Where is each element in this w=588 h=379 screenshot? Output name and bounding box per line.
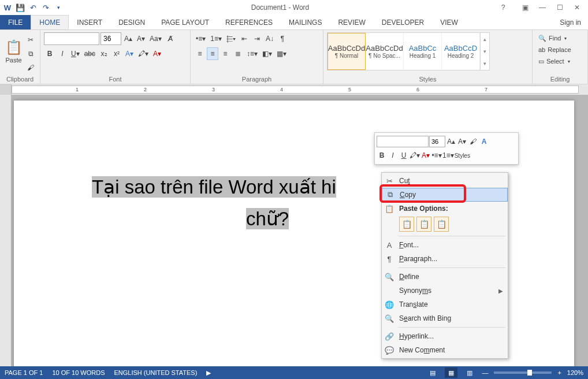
- change-case-icon[interactable]: Aa▾: [148, 32, 163, 45]
- mini-shrink-font-icon[interactable]: A▾: [457, 136, 467, 147]
- style-normal[interactable]: AaBbCcDd ¶ Normal: [328, 33, 366, 70]
- help-icon[interactable]: ?: [494, 2, 512, 13]
- paste-text-only-icon[interactable]: 📋: [434, 217, 449, 232]
- status-word-count[interactable]: 10 OF 10 WORDS: [52, 369, 105, 376]
- tab-file[interactable]: FILE: [0, 15, 31, 29]
- minimize-icon[interactable]: —: [534, 2, 551, 13]
- styles-scroll-down-icon[interactable]: ▾: [481, 49, 489, 54]
- tab-references[interactable]: REFERENCES: [217, 15, 281, 29]
- font-color-icon[interactable]: A▾: [151, 47, 163, 60]
- document-page[interactable]: A▴ A▾ 🖌 A B I U 🖍▾ A▾ •≡▾ 1≡▾ Styles Tại…: [14, 101, 574, 366]
- underline-button[interactable]: U▾: [69, 47, 81, 60]
- style-no-spacing[interactable]: AaBbCcDd ¶ No Spac...: [366, 33, 404, 70]
- numbering-icon[interactable]: 1≡▾: [209, 32, 224, 45]
- mini-styles-icon[interactable]: A: [479, 136, 489, 147]
- paste-merge-formatting-icon[interactable]: 📋: [416, 217, 431, 232]
- ctx-copy[interactable]: ⧉ Copy: [382, 188, 508, 202]
- clear-formatting-icon[interactable]: A̸: [165, 32, 176, 45]
- ctx-paragraph[interactable]: ¶ Paragraph...: [382, 252, 508, 266]
- close-icon[interactable]: ✕: [568, 2, 586, 13]
- text-effects-icon[interactable]: A▾: [124, 47, 135, 60]
- ctx-translate[interactable]: 🌐 Translate: [382, 298, 508, 311]
- tab-view[interactable]: VIEW: [432, 15, 466, 29]
- shading-icon[interactable]: ◧▾: [260, 47, 274, 60]
- tab-design[interactable]: DESIGN: [110, 15, 153, 29]
- qat-customize-icon[interactable]: ▾: [53, 2, 64, 13]
- ctx-cut[interactable]: ✂ Cut: [382, 174, 508, 188]
- mini-numbering-icon[interactable]: 1≡▾: [442, 150, 454, 161]
- tab-insert[interactable]: INSERT: [69, 15, 110, 29]
- status-page[interactable]: PAGE 1 OF 1: [5, 369, 43, 376]
- ctx-new-comment[interactable]: 💬 New Comment: [382, 343, 508, 357]
- italic-button[interactable]: I: [57, 47, 68, 60]
- zoom-out-icon[interactable]: —: [482, 369, 488, 376]
- strikethrough-button[interactable]: abc: [83, 47, 97, 60]
- line-spacing-icon[interactable]: ↕≡▾: [245, 47, 259, 60]
- document-text-line2[interactable]: chữ?: [246, 207, 289, 230]
- replace-button[interactable]: abReplace: [536, 44, 574, 55]
- horizontal-ruler[interactable]: 1 2 3 4 5 6 7: [12, 86, 579, 94]
- bold-button[interactable]: B: [44, 47, 55, 60]
- paste-keep-formatting-icon[interactable]: 📋: [399, 217, 414, 232]
- maximize-icon[interactable]: ☐: [551, 2, 568, 13]
- increase-indent-icon[interactable]: ⇥: [251, 32, 263, 45]
- show-marks-icon[interactable]: ¶: [277, 32, 288, 45]
- save-icon[interactable]: 💾: [15, 2, 25, 13]
- align-center-icon[interactable]: ≡: [207, 47, 218, 60]
- copy-icon[interactable]: ⧉: [25, 47, 36, 60]
- mini-format-painter-icon[interactable]: 🖌: [468, 136, 478, 147]
- mini-font-color-icon[interactable]: A▾: [420, 150, 431, 161]
- zoom-level[interactable]: 120%: [567, 369, 583, 376]
- paste-button[interactable]: 📋 Paste: [3, 32, 24, 70]
- mini-underline[interactable]: U: [399, 150, 409, 161]
- borders-icon[interactable]: ▦▾: [275, 47, 288, 60]
- mini-italic[interactable]: I: [388, 150, 398, 161]
- tab-mailings[interactable]: MAILINGS: [281, 15, 330, 29]
- tab-developer[interactable]: DEVELOPER: [374, 15, 432, 29]
- styles-scroll-up-icon[interactable]: ▴: [481, 36, 489, 42]
- mini-highlight-icon[interactable]: 🖍▾: [410, 150, 420, 161]
- justify-icon[interactable]: ≣: [232, 47, 244, 60]
- ribbon-display-icon[interactable]: ▣: [516, 2, 534, 13]
- zoom-in-icon[interactable]: +: [557, 369, 561, 376]
- style-heading-2[interactable]: AaBbCcD Heading 2: [442, 33, 480, 70]
- grow-font-icon[interactable]: A▴: [122, 32, 134, 45]
- cut-icon[interactable]: ✂: [25, 34, 36, 46]
- font-family-combo[interactable]: [44, 32, 99, 45]
- highlight-icon[interactable]: 🖍▾: [136, 47, 150, 60]
- vertical-ruler[interactable]: [0, 95, 12, 366]
- mini-font-family[interactable]: [377, 136, 429, 147]
- superscript-button[interactable]: x²: [111, 47, 122, 60]
- view-read-icon[interactable]: ▤: [426, 367, 439, 378]
- ctx-define[interactable]: 🔍 Define: [382, 270, 508, 284]
- mini-bold[interactable]: B: [377, 150, 387, 161]
- status-language[interactable]: ENGLISH (UNITED STATES): [114, 369, 198, 376]
- tab-page-layout[interactable]: PAGE LAYOUT: [153, 15, 217, 29]
- subscript-button[interactable]: x₂: [98, 47, 110, 60]
- status-macro-icon[interactable]: ▶: [206, 369, 211, 377]
- styles-gallery[interactable]: AaBbCcDd ¶ Normal AaBbCcDd ¶ No Spac... …: [327, 32, 490, 70]
- format-painter-icon[interactable]: 🖌: [25, 61, 36, 74]
- zoom-slider[interactable]: [494, 371, 552, 374]
- sign-in-link[interactable]: Sign in: [553, 15, 588, 29]
- mini-grow-font-icon[interactable]: A▴: [446, 136, 456, 147]
- find-button[interactable]: 🔍Find▾: [536, 32, 574, 44]
- mini-font-size[interactable]: [429, 136, 445, 147]
- decrease-indent-icon[interactable]: ⇤: [239, 32, 250, 45]
- font-size-combo[interactable]: [101, 32, 121, 45]
- view-print-icon[interactable]: ▦: [445, 367, 457, 378]
- mini-bullets-icon[interactable]: •≡▾: [431, 150, 442, 161]
- tab-review[interactable]: REVIEW: [330, 15, 373, 29]
- multilevel-icon[interactable]: ⬱▾: [225, 32, 237, 45]
- tab-home[interactable]: HOME: [31, 15, 69, 29]
- view-web-icon[interactable]: ▥: [463, 367, 476, 378]
- styles-more-icon[interactable]: ▾: [481, 61, 489, 66]
- undo-icon[interactable]: ↶: [28, 2, 38, 13]
- mini-styles-label[interactable]: Styles: [455, 150, 470, 161]
- align-left-icon[interactable]: ≡: [194, 47, 206, 60]
- ctx-hyperlink[interactable]: 🔗 Hyperlink...: [382, 329, 508, 343]
- select-button[interactable]: ▭Select▾: [536, 55, 574, 67]
- ctx-search-bing[interactable]: 🔍 Search with Bing: [382, 311, 508, 325]
- bullets-icon[interactable]: •≡▾: [194, 32, 207, 45]
- ctx-synonyms[interactable]: Synonyms ▶: [382, 284, 508, 298]
